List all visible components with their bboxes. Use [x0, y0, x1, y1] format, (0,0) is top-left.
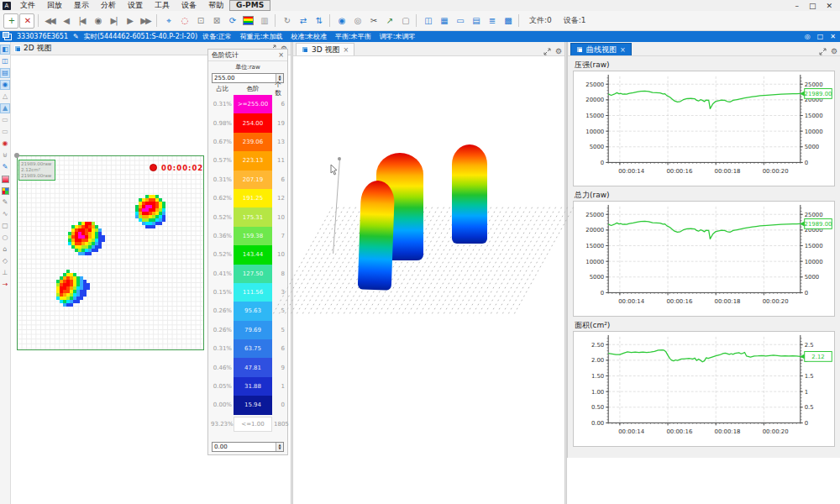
close-icon[interactable]: ×	[278, 51, 284, 59]
view-target-icon[interactable]: ◉	[0, 80, 10, 90]
svg-text:00:00:14: 00:00:14	[618, 428, 644, 435]
hexagon-select-icon[interactable]: ◇	[0, 256, 10, 266]
view-quad-icon[interactable]: ◫	[0, 56, 10, 66]
close-icon[interactable]: ✕	[830, 33, 836, 40]
close-icon[interactable]: ×	[344, 46, 349, 54]
svg-text:00:00:20: 00:00:20	[763, 428, 789, 435]
maximize-button[interactable]: □	[809, 2, 816, 10]
palette-grid-icon[interactable]	[0, 186, 10, 196]
go-start-button[interactable]: |◀	[74, 13, 89, 29]
blob-top-right	[135, 195, 169, 228]
fast-backward-button[interactable]: ◀◀	[42, 13, 57, 29]
svg-text:10000: 10000	[585, 129, 604, 135]
window-controls: –□✕	[795, 2, 837, 10]
stop-button[interactable]: ◉	[90, 13, 105, 29]
pressure-grid[interactable]: 21989.00raw 2.12cm² 21989.00raw 00:00:02	[17, 155, 204, 350]
pencil-icon[interactable]: ✎	[0, 197, 10, 207]
gear-icon[interactable]: ⚙	[831, 47, 837, 55]
edit-icon[interactable]: ✎	[73, 33, 79, 40]
menu-回放[interactable]: 回放	[41, 0, 68, 11]
exit-tool-icon[interactable]: →	[0, 280, 10, 290]
svg-text:2.50: 2.50	[591, 342, 604, 349]
swap-horizontal-button[interactable]: ⇄	[295, 13, 310, 29]
colorbar-swatch-icon	[243, 16, 254, 25]
swap-vertical-button[interactable]: ⇅	[311, 13, 326, 29]
dotted-floor-grid[interactable]	[270, 206, 579, 315]
menu-分析[interactable]: 分析	[95, 0, 122, 11]
snapshot-button[interactable]: ⊡	[192, 13, 207, 29]
polygon-select-icon[interactable]: ⌂	[0, 244, 10, 255]
grid-handle[interactable]	[14, 153, 19, 158]
chart-area[interactable]: 2.502.52.0021.501.51.0010.500.50.00000:0…	[573, 331, 835, 447]
play-button[interactable]: ▶	[122, 13, 137, 29]
menu-设备[interactable]: 设备	[176, 0, 202, 11]
video-sync-button[interactable]: ⟳	[224, 13, 239, 29]
chart-pressure[interactable]: 2500025000200002000015000150001000010000…	[573, 71, 835, 186]
menu-文件[interactable]: 文件	[14, 0, 41, 11]
record-point-icon[interactable]: ◉	[0, 139, 10, 149]
go-end-button[interactable]: ▶|	[106, 13, 121, 29]
layout-tiles-button[interactable]: ▩	[500, 13, 515, 29]
maximize-icon[interactable]: □	[817, 33, 824, 40]
min-value-input[interactable]: 0.00 ▲▼	[212, 442, 284, 452]
tab-curve-view[interactable]: 曲线视图 ×	[570, 43, 632, 55]
clear-button[interactable]: ▥	[256, 13, 271, 29]
row-level-swatch: 223.13	[234, 151, 272, 170]
marker-pen-icon[interactable]: ✎	[0, 162, 10, 172]
close-view-button[interactable]: ✕	[19, 13, 34, 29]
ground-axis-icon[interactable]: ⊥	[0, 268, 10, 278]
minimize-button[interactable]: –	[795, 2, 799, 10]
gradient-swatch-icon[interactable]	[0, 174, 10, 184]
chart-svg-2: 2.502.52.0021.501.51.0010.500.50.00000:0…	[574, 332, 834, 446]
blob-bottom-left	[56, 270, 90, 307]
fast-forward-button[interactable]: ▶▶	[138, 13, 153, 29]
chart-force[interactable]: 2500025000200002000015000150001000010000…	[573, 201, 835, 317]
step-backward-button[interactable]: ◀	[58, 13, 73, 29]
layout-two-pane-button[interactable]: ◫	[420, 13, 435, 29]
row-percent: 0.00%	[211, 402, 232, 408]
view-2d-icon[interactable]: ◧	[0, 45, 10, 55]
svg-text:00:00:20: 00:00:20	[763, 168, 789, 175]
app-logo-icon: A	[3, 2, 11, 10]
peak-outline-icon[interactable]: △	[0, 92, 10, 102]
roi-ellipse-button[interactable]: ◌	[176, 13, 192, 29]
row-percent: 0.46%	[211, 365, 232, 371]
expand-icon[interactable]	[543, 48, 551, 55]
crop-button[interactable]: ▢	[397, 13, 412, 29]
svg-text:00:00:16: 00:00:16	[666, 298, 692, 305]
stamp-icon[interactable]: ⊎	[0, 150, 10, 160]
export-button[interactable]: ↗	[381, 13, 396, 29]
layout-monitor-button[interactable]: ▤	[468, 13, 483, 29]
peak-filled-icon[interactable]: ▲	[0, 103, 10, 113]
avg-box-icon[interactable]: ▭	[0, 127, 10, 137]
video-off-button[interactable]: ⊠	[208, 13, 223, 29]
refresh-button[interactable]: ↻	[279, 13, 294, 29]
menu-工具[interactable]: 工具	[149, 0, 176, 11]
menu-显示[interactable]: 显示	[68, 0, 95, 11]
pin-button[interactable]: ⌖	[160, 13, 176, 29]
cut-button[interactable]: ✂	[365, 13, 381, 29]
add-view-button[interactable]: +	[3, 13, 18, 29]
view-3d-icon[interactable]: ▤	[0, 68, 10, 78]
close-button[interactable]: ✕	[826, 2, 832, 10]
rect-select-icon[interactable]: ▢	[0, 221, 10, 231]
calibrate-off-button[interactable]: ◎	[349, 13, 365, 29]
restore-icon[interactable]: ◎	[805, 33, 811, 40]
circle-select-icon[interactable]: ○	[0, 233, 10, 243]
spinner-icon[interactable]: ▲▼	[276, 443, 283, 451]
layout-list-button[interactable]: ≣	[484, 13, 499, 29]
colorbar-button[interactable]	[240, 13, 255, 29]
menu-帮助[interactable]: 帮助	[202, 0, 229, 11]
layout-frame-button[interactable]: ▭	[452, 13, 467, 29]
avg-frame-icon[interactable]: ▭	[0, 115, 10, 125]
layout-grid-button[interactable]: ▦	[436, 13, 451, 29]
menu-G-PMS[interactable]: G-PMS	[229, 0, 270, 11]
menu-设置[interactable]: 设置	[122, 0, 149, 11]
calibrate-on-button[interactable]: ◉	[333, 13, 349, 29]
gear-icon[interactable]: ⚙	[555, 47, 562, 55]
polyline-tool-icon[interactable]: ∿	[0, 209, 10, 219]
tab-3d-view[interactable]: 3D 视图 ×	[296, 43, 354, 55]
close-icon[interactable]: ×	[620, 46, 626, 54]
row-percent: 93.23%	[211, 421, 232, 428]
expand-icon[interactable]	[819, 48, 827, 55]
